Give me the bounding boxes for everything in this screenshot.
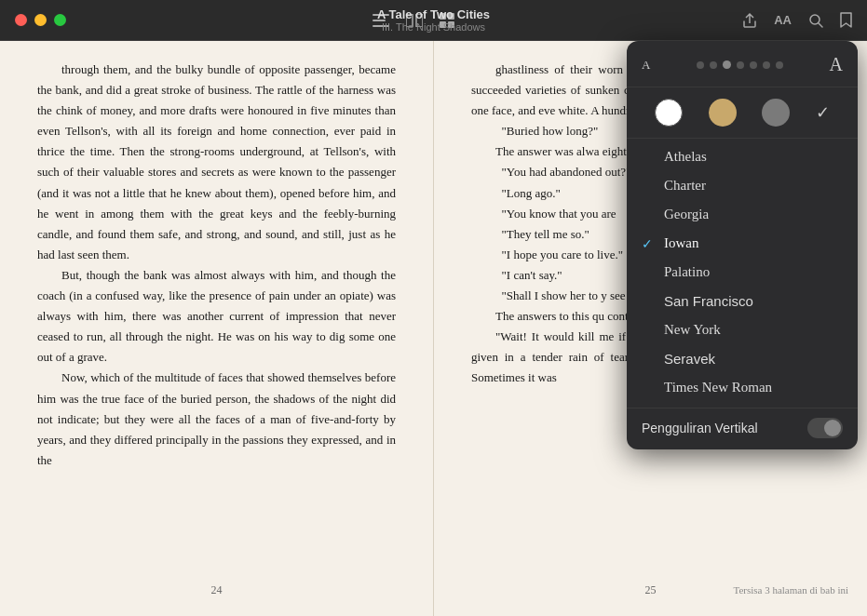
font-name-times-new-roman: Times New Roman [664, 380, 843, 395]
book-title-area: A Tale of Two Cities III. The Night Shad… [377, 7, 490, 33]
font-name-seravek: Seravek [664, 351, 843, 367]
svg-line-10 [819, 23, 822, 27]
font-item-seravek[interactable]: Seravek [627, 344, 858, 373]
vertical-scroll-row: Pengguliran Vertikal [627, 408, 858, 449]
bookmark-button[interactable] [840, 12, 852, 28]
font-list: Athelas Charter Georgia ✓ Iowan Palatino… [627, 139, 858, 406]
font-size-decrease-label: A [642, 58, 650, 73]
page-left-para-3: ​Now, which of the multitude of faces th… [37, 368, 396, 470]
font-size-indicator [697, 60, 783, 69]
page-number-right: 25 [645, 581, 657, 599]
share-button[interactable] [742, 12, 757, 29]
book-title: A Tale of Two Cities [377, 7, 490, 21]
close-button[interactable] [15, 14, 27, 26]
fullscreen-button[interactable] [54, 14, 66, 26]
book-chapter: III. The Night Shadows [377, 21, 490, 33]
font-dot-2 [710, 61, 717, 69]
font-settings-panel: A A ✓ Athelas Charter Georgia [627, 41, 858, 449]
font-dot-3 [723, 60, 731, 69]
titlebar: A Tale of Two Cities III. The Night Shad… [0, 0, 867, 41]
font-item-times-new-roman[interactable]: Times New Roman [627, 373, 858, 402]
theme-gray[interactable] [762, 99, 790, 127]
vertical-scroll-label: Pengguliran Vertikal [642, 421, 758, 435]
font-item-athelas[interactable]: Athelas [627, 142, 858, 171]
page-left-para-1: through them, and the bulky bundle of op… [37, 60, 396, 265]
font-item-iowan[interactable]: ✓ Iowan [627, 229, 858, 258]
font-name-palatino: Palatino [664, 264, 843, 280]
font-check-iowan: ✓ [642, 236, 657, 251]
theme-sepia[interactable] [709, 99, 737, 127]
font-dot-1 [697, 61, 704, 69]
font-name-charter: Charter [664, 178, 843, 194]
theme-selector: ✓ [627, 87, 858, 139]
minimize-button[interactable] [34, 14, 47, 26]
font-name-georgia: Georgia [664, 207, 843, 222]
theme-white[interactable] [655, 99, 683, 127]
page-status: Tersisa 3 halaman di bab ini [733, 582, 848, 599]
toolbar-right: AA [742, 12, 852, 29]
page-number-left: 24 [211, 581, 223, 599]
font-item-georgia[interactable]: Georgia [627, 200, 858, 229]
font-name-iowan: Iowan [664, 235, 843, 251]
search-button[interactable] [808, 13, 823, 28]
font-item-palatino[interactable]: Palatino [627, 258, 858, 287]
font-size-controls: A A [627, 54, 858, 87]
font-name-new-york: New York [664, 322, 843, 338]
page-left: through them, and the bulky bundle of op… [0, 41, 434, 616]
font-dot-6 [763, 61, 770, 69]
font-item-charter[interactable]: Charter [627, 171, 858, 200]
traffic-lights [15, 14, 66, 26]
font-name-san-francisco: San Francisco [664, 293, 843, 309]
font-dot-5 [750, 61, 757, 69]
toggle-knob [824, 420, 841, 436]
font-item-san-francisco[interactable]: San Francisco [627, 287, 858, 315]
font-size-increase-label: A [830, 54, 843, 75]
font-dot-4 [737, 61, 744, 69]
theme-selected-check: ✓ [816, 99, 830, 127]
font-dot-7 [776, 61, 783, 69]
font-settings-button[interactable]: AA [774, 13, 792, 27]
font-item-new-york[interactable]: New York [627, 315, 858, 344]
font-name-athelas: Athelas [664, 149, 843, 165]
page-left-para-2: ​But, though the bank was almost always … [37, 265, 396, 368]
vertical-scroll-toggle[interactable] [807, 418, 843, 438]
